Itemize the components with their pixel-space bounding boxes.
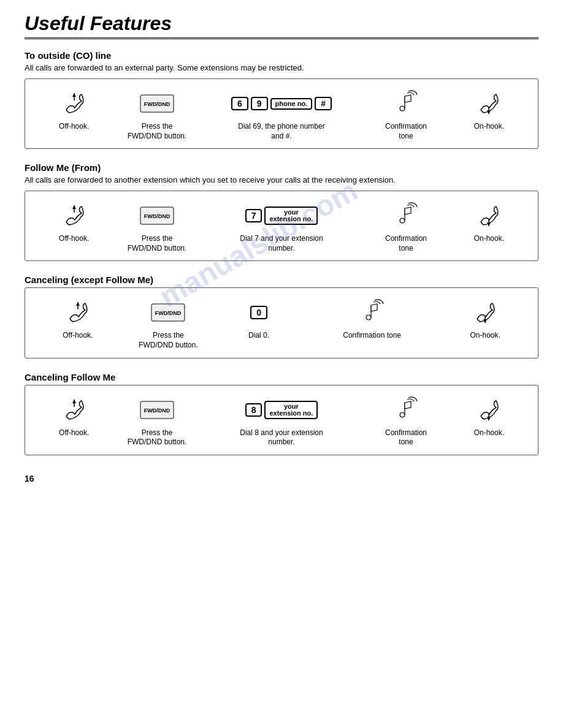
key-9: 9 [251,97,268,110]
step-offhook-2: Off-hook. [33,201,115,244]
section-co-line: To outside (CO) line All calls are forwa… [25,50,538,149]
step-fwddnd-1: FWD/DND Press theFWD/DND button. [115,89,198,141]
step-dial8ext: 8 yourextension no. Dial 8 and your exte… [199,395,365,447]
key-phoneno: phone no. [270,98,313,110]
step-dial7ext-label: Dial 7 and your extension number. [240,234,323,253]
key-7: 7 [245,209,262,222]
offhook-icon-2 [62,201,86,230]
step-confirm-label-2: Confirmationtone [385,234,427,253]
key-yourext: yourextension no. [264,207,318,225]
diagram-co-line: Off-hook. FWD/DND Press theFWD/DND butto… [25,78,538,149]
step-dial7ext: 7 yourextension no. Dial 7 and your exte… [199,201,365,253]
step-fwddnd-label-2: Press theFWD/DND button. [128,234,187,253]
onhook-icon-1 [477,89,501,118]
step-fwddnd-3: FWD/DND Press theFWD/DND button. [123,298,214,350]
step-onhook-label-2: On-hook. [474,234,504,244]
offhook-icon-1 [62,89,86,118]
step-confirm-label-4: Confirmationtone [385,428,427,447]
steps-row-canceling-follow-me: Off-hook. FWD/DND Press theFWD/DND butto… [33,395,530,447]
title-divider [25,37,538,39]
page-number: 16 [25,474,538,483]
offhook-icon-3 [66,298,90,327]
key-0: 0 [250,306,267,319]
page-wrapper: manualslib.com Useful Features To outsid… [25,12,538,483]
confirm-icon-2 [394,201,418,230]
fwddnd-icon-1: FWD/DND [140,89,174,118]
onhook-icon-4 [477,395,501,425]
key-hash: # [315,97,332,110]
fwddnd-icon-3: FWD/DND [151,298,185,327]
step-dial69-label: Dial 69, the phone number and #. [238,122,324,141]
step-fwddnd-4: FWD/DND Press theFWD/DND button. [115,395,198,447]
step-offhook-3: Off-hook. [33,298,123,341]
step-onhook-label-1: On-hook. [474,122,504,132]
steps-row-follow-me: Off-hook. FWD/DND Press theFWD/DND butto… [33,201,530,253]
diagram-canceling-except: Off-hook. FWD/DND Press theFWD/DND butto… [25,287,538,358]
step-onhook-2: On-hook. [448,201,530,244]
key-8: 8 [245,403,262,417]
steps-row-canceling-except: Off-hook. FWD/DND Press theFWD/DND butto… [33,298,530,350]
step-confirm-label-1: Confirmationtone [385,122,427,141]
confirm-icon-3 [360,298,385,327]
step-onhook-3: On-hook. [440,298,530,341]
onhook-icon-3 [473,298,497,327]
section-co-line-title: To outside (CO) line [25,50,538,61]
key-6: 6 [231,97,248,110]
step-offhook-1: Off-hook. [33,89,115,132]
step-onhook-label-3: On-hook. [470,331,500,341]
svg-text:FWD/DND: FWD/DND [144,408,170,414]
step-fwddnd-label-1: Press theFWD/DND button. [128,122,187,141]
step-dial0: 0 Dial 0. [213,298,304,341]
section-canceling-follow-me: Canceling Follow Me Off-hook. [25,372,538,455]
svg-text:FWD/DND: FWD/DND [155,310,182,316]
diagram-follow-me: Off-hook. FWD/DND Press theFWD/DND butto… [25,191,538,261]
offhook-icon-4 [62,395,86,425]
step-fwddnd-label-4: Press theFWD/DND button. [128,428,187,447]
key-yourext2: yourextension no. [264,401,318,419]
diagram-canceling-follow-me: Off-hook. FWD/DND Press theFWD/DND butto… [25,385,538,455]
step-onhook-label-4: On-hook. [474,428,504,438]
step-dial8ext-label: Dial 8 and your extension number. [240,428,323,447]
step-fwddnd-label-3: Press theFWD/DND button. [139,331,198,350]
step-offhook-label-4: Off-hook. [59,428,89,438]
svg-text:FWD/DND: FWD/DND [144,101,170,107]
onhook-icon-2 [477,201,501,230]
fwddnd-icon-2: FWD/DND [140,201,174,230]
step-dial69: 6 9 phone no. # Dial 69, the phone numbe… [199,89,365,141]
dial0-icon: 0 [250,298,268,327]
section-canceling-except-title: Canceling (except Follow Me) [25,275,538,285]
section-canceling-except: Canceling (except Follow Me) Off-hook. [25,275,538,358]
section-follow-me-title: Follow Me (From) [25,162,538,173]
step-confirm-label-3: Confirmation tone [343,331,401,341]
step-onhook-1: On-hook. [448,89,530,132]
dial8ext-icon: 8 yourextension no. [245,395,319,425]
page-title: Useful Features [25,12,538,35]
step-confirm-4: Confirmationtone [364,395,447,447]
step-confirm-1: Confirmationtone [364,89,447,141]
step-offhook-label-3: Off-hook. [63,331,93,341]
step-fwddnd-2: FWD/DND Press theFWD/DND button. [115,201,198,253]
section-canceling-follow-me-title: Canceling Follow Me [25,372,538,382]
confirm-icon-4 [394,395,418,425]
step-offhook-4: Off-hook. [33,395,115,438]
step-confirm-3: Confirmation tone [304,298,440,341]
step-confirm-2: Confirmationtone [364,201,447,253]
svg-text:FWD/DND: FWD/DND [144,213,170,219]
fwddnd-icon-4: FWD/DND [140,395,174,425]
section-follow-me: Follow Me (From) All calls are forwarded… [25,162,538,261]
confirm-icon-1 [394,89,418,118]
dial69-icon: 6 9 phone no. # [231,89,332,118]
section-co-line-desc: All calls are forwarded to an external p… [25,63,538,72]
step-offhook-label-1: Off-hook. [59,122,89,132]
step-offhook-label-2: Off-hook. [59,234,89,244]
step-onhook-4: On-hook. [448,395,530,438]
step-dial0-label: Dial 0. [248,331,269,341]
steps-row-co-line: Off-hook. FWD/DND Press theFWD/DND butto… [33,89,530,141]
section-follow-me-desc: All calls are forwarded to another exten… [25,175,538,184]
dial7ext-icon: 7 yourextension no. [245,201,319,230]
